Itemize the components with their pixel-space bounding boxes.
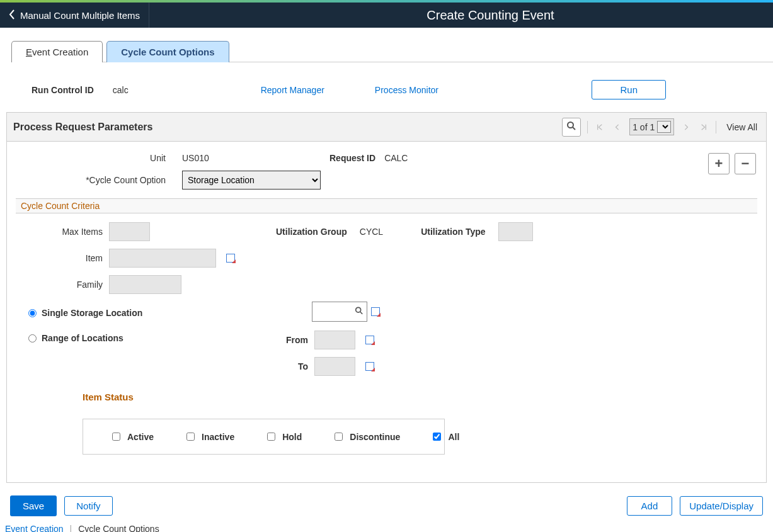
search-icon [566, 121, 576, 133]
footer-link-event-creation[interactable]: Event Creation [5, 524, 64, 532]
process-request-panel: Process Request Parameters 1 of 1 [6, 112, 767, 483]
panel-body: + − Unit US010 Request ID CALC Cycle Cou… [7, 142, 766, 482]
footer-links: Event Creation | Cycle Count Options [0, 521, 773, 532]
request-id-value: CALC [384, 153, 408, 163]
util-type-label: Utilization Type [421, 227, 485, 237]
panel-header: Process Request Parameters 1 of 1 [7, 113, 766, 142]
criteria-section-title: Cycle Count Criteria [21, 201, 100, 211]
run-control-row: Run Control ID calc Report Manager Proce… [0, 62, 773, 112]
status-all: All [430, 431, 459, 443]
report-manager-link[interactable]: Report Manager [261, 85, 324, 95]
range-location-label: Range of Locations [42, 333, 123, 343]
item-status-title: Item Status [83, 388, 751, 407]
to-input[interactable] [314, 357, 355, 376]
related-lookup-icon[interactable] [365, 336, 374, 344]
save-button[interactable]: Save [10, 495, 57, 516]
page-indicator[interactable]: 1 of 1 [629, 118, 674, 135]
family-row: Family [22, 275, 751, 294]
back-nav-label: Manual Count Multiple Items [20, 10, 140, 21]
hold-checkbox[interactable] [267, 433, 275, 441]
add-remove-controls: + − [708, 153, 756, 174]
prev-page-icon[interactable] [612, 122, 623, 133]
family-input[interactable] [109, 275, 181, 294]
next-page-icon[interactable] [680, 122, 692, 133]
active-checkbox[interactable] [112, 433, 120, 441]
tabs: Event Creation Cycle Count Options [11, 40, 773, 62]
cycle-count-option-select[interactable]: Storage Location [182, 171, 321, 190]
range-location-radio[interactable] [28, 334, 37, 342]
divider [716, 121, 716, 133]
cycle-count-option-label: Cycle Count Option [16, 175, 173, 185]
svg-point-0 [568, 122, 573, 128]
util-group-label: Utilization Group [276, 227, 347, 237]
run-control-id-label: Run Control ID [31, 85, 94, 95]
unit-value: US010 [182, 153, 321, 163]
panel-controls: 1 of 1 View All [562, 118, 760, 137]
page-select[interactable] [657, 121, 671, 133]
last-page-icon[interactable] [698, 122, 709, 133]
back-nav[interactable]: Manual Count Multiple Items [0, 3, 149, 28]
single-location-label: Single Storage Location [42, 308, 142, 318]
add-button[interactable]: Add [627, 496, 673, 516]
max-items-label: Max Items [22, 227, 103, 237]
view-all-link[interactable]: View All [726, 122, 757, 132]
criteria-section-header: Cycle Count Criteria [16, 198, 757, 213]
plus-icon: + [715, 156, 723, 172]
related-lookup-icon[interactable] [371, 307, 380, 316]
search-icon[interactable] [355, 307, 364, 317]
minus-icon: − [742, 156, 750, 172]
chevron-left-icon [9, 9, 15, 21]
from-input[interactable] [314, 331, 355, 349]
max-items-input[interactable] [109, 222, 150, 241]
add-row-button[interactable]: + [708, 153, 730, 174]
single-location-radio-row: Single Storage Location [28, 308, 312, 318]
unit-label: Unit [16, 153, 173, 163]
item-input[interactable] [109, 249, 216, 268]
content: Event Creation Cycle Count Options Run C… [0, 40, 773, 532]
status-inactive: Inactive [184, 431, 234, 443]
max-items-row: Max Items Utilization Group CYCL Utiliza… [22, 222, 751, 241]
run-control-id-value: calc [113, 85, 129, 95]
svg-line-1 [573, 127, 575, 130]
footer-buttons: Save Notify Add Update/Display [0, 483, 773, 521]
tab-cycle-count-options[interactable]: Cycle Count Options [106, 41, 229, 62]
related-lookup-icon[interactable] [365, 362, 374, 371]
separator: | [70, 524, 72, 532]
discontinue-checkbox[interactable] [335, 433, 343, 441]
from-label: From [258, 335, 308, 345]
footer-link-cco: Cycle Count Options [78, 524, 159, 532]
run-button[interactable]: Run [592, 80, 666, 99]
item-label: Item [22, 253, 103, 263]
family-label: Family [22, 280, 103, 290]
request-id-label: Request ID [329, 153, 375, 163]
related-lookup-icon[interactable] [226, 254, 235, 263]
tab-event-creation[interactable]: Event Creation [11, 41, 103, 62]
panel-title: Process Request Parameters [13, 122, 152, 133]
divider [587, 121, 588, 133]
single-location-radio[interactable] [28, 309, 37, 317]
remove-row-button[interactable]: − [735, 153, 756, 174]
status-active: Active [110, 431, 154, 443]
to-label: To [258, 361, 308, 371]
status-hold: Hold [265, 431, 302, 443]
inactive-checkbox[interactable] [186, 433, 195, 441]
svg-line-3 [360, 312, 363, 314]
util-type-input[interactable] [498, 222, 533, 241]
all-checkbox[interactable] [433, 433, 441, 441]
search-button[interactable] [562, 118, 581, 137]
update-display-button[interactable]: Update/Display [680, 496, 763, 516]
process-monitor-link[interactable]: Process Monitor [375, 85, 438, 95]
first-page-icon[interactable] [594, 122, 605, 133]
svg-point-2 [356, 307, 361, 312]
status-row: Active Inactive Hold Discontinue All [83, 419, 444, 454]
util-group-value: CYCL [360, 227, 383, 237]
status-discontinue: Discontinue [332, 431, 400, 443]
page-title: Create Counting Event [427, 8, 554, 23]
criteria-body: Max Items Utilization Group CYCL Utiliza… [16, 213, 757, 463]
notify-button[interactable]: Notify [64, 496, 112, 516]
item-status-box: Active Inactive Hold Discontinue All [83, 419, 445, 455]
app-header: Manual Count Multiple Items Create Count… [0, 3, 773, 28]
item-row: Item [22, 249, 751, 268]
